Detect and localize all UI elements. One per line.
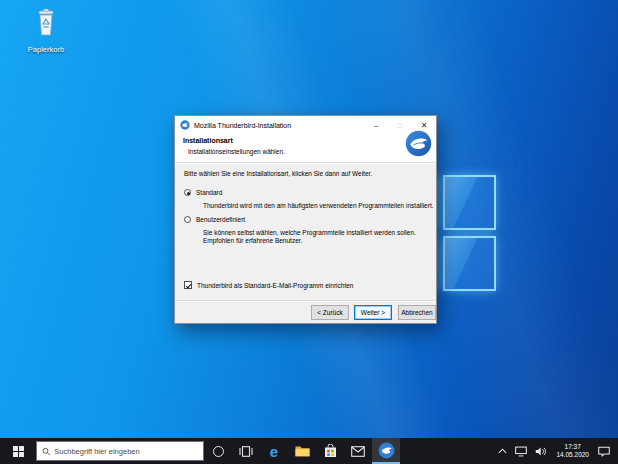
thunderbird-installer-icon xyxy=(378,442,395,459)
default-mail-checkbox-label: Thunderbird als Standard-E-Mail-Programm… xyxy=(197,282,353,289)
speaker-icon xyxy=(535,446,547,457)
system-tray: 17:37 14.05.2020 xyxy=(494,438,618,464)
taskbar-item-thunderbird-installer[interactable] xyxy=(372,438,400,464)
dialog-titlebar[interactable]: Mozilla Thunderbird-Installation – □ ✕ xyxy=(175,116,436,134)
back-button[interactable]: < Zurück xyxy=(311,305,349,320)
action-center-button[interactable] xyxy=(594,438,614,464)
thunderbird-logo-icon xyxy=(405,130,432,157)
mail-icon xyxy=(351,446,365,457)
recycle-bin-icon xyxy=(31,8,61,40)
tray-network[interactable] xyxy=(511,438,531,464)
taskbar-item-cortana[interactable] xyxy=(204,438,232,464)
windows-logo-pane xyxy=(443,175,496,230)
cortana-icon xyxy=(213,446,224,457)
radio-benutzerdefiniert-label: Benutzerdefiniert xyxy=(196,216,245,223)
taskbar-item-mail[interactable] xyxy=(344,438,372,464)
thunderbird-titlebar-icon xyxy=(180,120,190,130)
windows-start-icon xyxy=(13,446,24,457)
tray-chevron[interactable] xyxy=(494,438,511,464)
instruction-text: Bitte wählen Sie eine Installationsart, … xyxy=(184,170,424,177)
cancel-button[interactable]: Abbrechen xyxy=(398,305,436,320)
taskbar-search[interactable] xyxy=(36,441,204,461)
recycle-bin-desktop-icon[interactable]: Papierkorb xyxy=(18,8,74,54)
footer-divider xyxy=(175,300,436,301)
chevron-up-icon xyxy=(498,448,507,454)
network-icon xyxy=(515,446,527,457)
recycle-bin-label: Papierkorb xyxy=(18,45,74,54)
windows-logo-pane xyxy=(443,236,496,291)
task-view-icon xyxy=(239,446,253,457)
radio-benutzerdefiniert-description: Sie können selbst wählen, welche Program… xyxy=(203,229,433,245)
taskbar-item-file-explorer[interactable] xyxy=(288,438,316,464)
taskbar-item-edge[interactable]: e xyxy=(260,438,288,464)
radio-standard-label: Standard xyxy=(196,189,222,196)
screen: Papierkorb Mozilla Thunderbird-Installat… xyxy=(0,0,618,464)
tray-date: 14.05.2020 xyxy=(556,451,589,459)
radio-benutzerdefiniert[interactable]: Benutzerdefiniert xyxy=(184,216,245,223)
next-button[interactable]: Weiter > xyxy=(354,305,392,320)
tray-clock[interactable]: 17:37 14.05.2020 xyxy=(551,443,594,459)
radio-unselected-icon[interactable] xyxy=(184,216,191,223)
dialog-title: Mozilla Thunderbird-Installation xyxy=(194,122,291,129)
file-explorer-icon xyxy=(295,445,310,457)
tray-volume[interactable] xyxy=(531,438,551,464)
action-center-icon xyxy=(598,446,610,457)
radio-standard[interactable]: Standard xyxy=(184,189,222,196)
page-title: Installationsart xyxy=(183,137,233,144)
page-subtitle: Installationseinstellungen wählen. xyxy=(188,148,285,155)
radio-selected-icon[interactable] xyxy=(184,189,191,196)
start-button[interactable] xyxy=(0,438,36,464)
search-icon xyxy=(42,447,50,456)
checkbox-checked-icon[interactable] xyxy=(184,281,192,289)
microsoft-store-icon xyxy=(324,444,337,458)
thunderbird-installer-dialog: Mozilla Thunderbird-Installation – □ ✕ I… xyxy=(174,115,437,324)
header-divider xyxy=(175,162,436,163)
search-input[interactable] xyxy=(54,447,198,456)
taskbar-item-task-view[interactable] xyxy=(232,438,260,464)
taskbar: e xyxy=(0,438,618,464)
tray-time: 17:37 xyxy=(556,443,589,451)
radio-standard-description: Thunderbird wird mit den am häufigsten v… xyxy=(203,202,435,210)
default-mail-checkbox[interactable]: Thunderbird als Standard-E-Mail-Programm… xyxy=(184,281,353,289)
taskbar-item-store[interactable] xyxy=(316,438,344,464)
edge-icon: e xyxy=(270,444,278,459)
dialog-header: Installationsart Installationseinstellun… xyxy=(175,134,436,162)
minimize-icon[interactable]: – xyxy=(364,116,388,134)
